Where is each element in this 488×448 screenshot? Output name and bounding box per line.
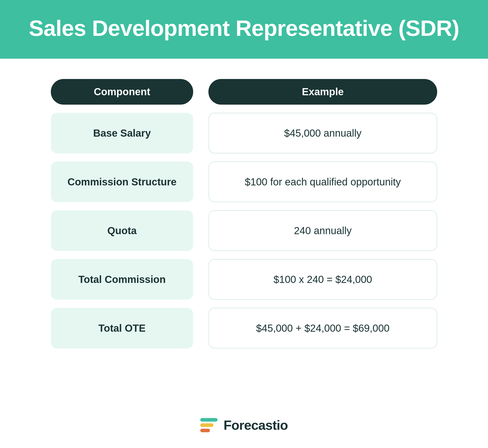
- list-item: Base Salary: [51, 113, 193, 153]
- component-column: Component Base Salary Commission Structu…: [51, 79, 193, 357]
- example-col-header: Example: [208, 79, 437, 105]
- example-column: Example $45,000 annually $100 for each q…: [208, 79, 437, 357]
- list-item: Quota: [51, 210, 193, 251]
- list-item: $100 x 240 = $24,000: [208, 259, 437, 300]
- example-value: $45,000 + $24,000 = $69,000: [256, 323, 390, 334]
- component-col-header: Component: [51, 79, 193, 105]
- component-label: Total Commission: [78, 274, 166, 285]
- component-label: Base Salary: [93, 127, 151, 139]
- example-value: 240 annually: [294, 225, 352, 236]
- main-content: Component Base Salary Commission Structu…: [0, 59, 488, 407]
- example-value: $100 for each qualified opportunity: [245, 176, 401, 188]
- logo-bar-green: [200, 418, 218, 422]
- comparison-table: Component Base Salary Commission Structu…: [51, 79, 437, 357]
- component-label: Quota: [107, 225, 137, 236]
- component-label: Commission Structure: [68, 176, 177, 188]
- example-value: $100 x 240 = $24,000: [273, 274, 372, 285]
- page-header: Sales Development Representative (SDR): [0, 0, 488, 59]
- logo-icon: [200, 418, 218, 432]
- logo-text: Forecastio: [224, 418, 288, 433]
- logo-bar-orange: [200, 429, 210, 432]
- logo-bar-yellow: [200, 423, 214, 427]
- list-item: Total OTE: [51, 308, 193, 348]
- list-item: $100 for each qualified opportunity: [208, 162, 437, 202]
- list-item: $45,000 annually: [208, 113, 437, 153]
- list-item: Total Commission: [51, 259, 193, 300]
- component-label: Total OTE: [98, 323, 146, 334]
- list-item: $45,000 + $24,000 = $69,000: [208, 308, 437, 348]
- page-footer: Forecastio: [0, 407, 488, 448]
- list-item: Commission Structure: [51, 162, 193, 202]
- page-title: Sales Development Representative (SDR): [10, 15, 478, 41]
- list-item: 240 annually: [208, 210, 437, 251]
- example-value: $45,000 annually: [284, 127, 362, 139]
